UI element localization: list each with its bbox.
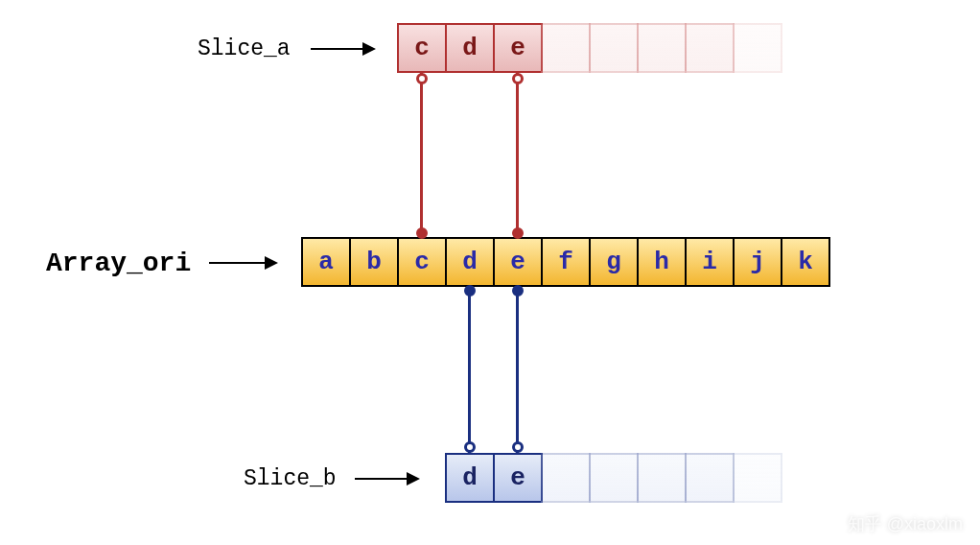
array-cell: e bbox=[493, 237, 543, 287]
slice-a-cell: e bbox=[493, 23, 543, 73]
slice-a-cell: c bbox=[397, 23, 447, 73]
slice-a-capacity-cell bbox=[637, 23, 687, 73]
connector-slice-a-end bbox=[516, 73, 519, 237]
slice-b-capacity-cell bbox=[589, 453, 639, 503]
array-cell: i bbox=[685, 237, 735, 287]
array-cell: f bbox=[541, 237, 591, 287]
connector-slice-b-start bbox=[468, 287, 471, 453]
connector-slice-a-start bbox=[420, 73, 423, 237]
array-cell: b bbox=[349, 237, 399, 287]
open-dot-icon bbox=[512, 441, 524, 453]
slice-a-row: c d e bbox=[397, 23, 782, 73]
array-ori-row: a b c d e f g h i j k bbox=[301, 237, 830, 287]
watermark: 知乎 @xiaoxlm bbox=[848, 512, 963, 535]
slice-b-capacity-cell bbox=[685, 453, 735, 503]
slice-a-capacity-cell bbox=[589, 23, 639, 73]
arrow-to-slice-b bbox=[355, 478, 418, 480]
filled-dot-icon bbox=[464, 285, 476, 296]
filled-dot-icon bbox=[416, 227, 428, 239]
array-cell: g bbox=[589, 237, 639, 287]
filled-dot-icon bbox=[512, 227, 524, 239]
open-dot-icon bbox=[512, 73, 524, 84]
slice-b-label: Slice_b bbox=[244, 466, 337, 491]
slice-a-capacity-cell bbox=[541, 23, 591, 73]
array-cell: k bbox=[781, 237, 830, 287]
array-cell: j bbox=[733, 237, 782, 287]
array-ori-label: Array_ori bbox=[46, 249, 191, 278]
connector-slice-b-end bbox=[516, 287, 519, 453]
filled-dot-icon bbox=[512, 285, 524, 296]
slice-b-capacity-cell bbox=[541, 453, 591, 503]
slice-a-capacity-cell bbox=[733, 23, 782, 73]
array-cell: h bbox=[637, 237, 687, 287]
slice-a-cell: d bbox=[445, 23, 495, 73]
array-cell: c bbox=[397, 237, 447, 287]
arrow-to-slice-a bbox=[311, 48, 374, 50]
arrow-to-array-ori bbox=[209, 262, 276, 264]
array-cell: a bbox=[301, 237, 351, 287]
slice-b-capacity-cell bbox=[733, 453, 782, 503]
slice-b-cell: d bbox=[445, 453, 495, 503]
open-dot-icon bbox=[416, 73, 428, 84]
slice-b-row: d e bbox=[445, 453, 782, 503]
slice-a-label: Slice_a bbox=[198, 36, 291, 61]
slice-b-capacity-cell bbox=[637, 453, 687, 503]
slice-a-capacity-cell bbox=[685, 23, 735, 73]
array-cell: d bbox=[445, 237, 495, 287]
open-dot-icon bbox=[464, 441, 476, 453]
slice-b-cell: e bbox=[493, 453, 543, 503]
